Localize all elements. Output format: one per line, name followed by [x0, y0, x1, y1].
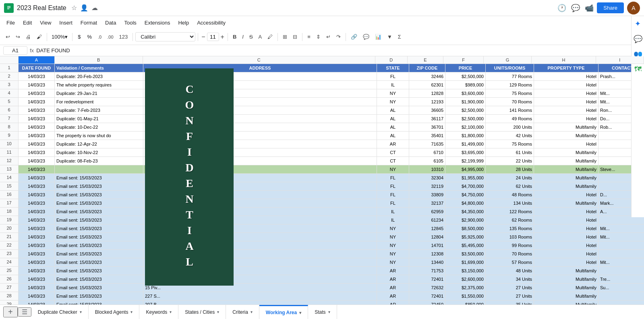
cell-d26[interactable]: AR: [377, 275, 409, 283]
cell-i23[interactable]: [598, 250, 644, 258]
cell-e26[interactable]: 72401: [409, 275, 445, 283]
cell-a21[interactable]: 14/03/23: [19, 233, 55, 241]
cell-f1[interactable]: PRICE: [445, 64, 486, 72]
menu-file[interactable]: File: [3, 18, 18, 27]
cell-i27[interactable]: Su...: [598, 284, 644, 292]
cell-f2[interactable]: $2,500,000: [445, 72, 486, 80]
cloud-icon[interactable]: ☁: [91, 4, 98, 12]
cell-a16[interactable]: 14/03/23: [19, 191, 55, 199]
cell-i24[interactable]: Mit...: [598, 258, 644, 266]
align-button[interactable]: ≡: [305, 32, 313, 41]
cell-h22[interactable]: Hotel: [534, 241, 598, 249]
cell-h11[interactable]: Multifamily: [534, 148, 598, 156]
cell-g16[interactable]: 48 Rooms: [486, 191, 534, 199]
cell-e3[interactable]: 62301: [409, 81, 445, 89]
cell-g3[interactable]: 129 Rooms: [486, 81, 534, 89]
cell-i22[interactable]: [598, 241, 644, 249]
cell-b6[interactable]: Duplicate: 7-Feb-2023: [55, 106, 143, 114]
cell-e20[interactable]: 12845: [409, 224, 445, 233]
cell-d11[interactable]: CT: [377, 148, 409, 156]
cell-b14[interactable]: Email sent: 15/03/2023: [55, 174, 143, 182]
cell-f17[interactable]: $4,800,000: [445, 199, 486, 207]
cell-c29[interactable]: 207 B...: [143, 300, 377, 305]
cell-g7[interactable]: 49 Rooms: [486, 115, 534, 123]
cell-d20[interactable]: NY: [377, 224, 409, 233]
cell-f8[interactable]: $2,100,000: [445, 123, 486, 131]
cell-d5[interactable]: NY: [377, 98, 409, 106]
cell-h28[interactable]: Multifamily: [534, 292, 598, 300]
col-header-c[interactable]: C: [143, 56, 375, 64]
cell-a28[interactable]: 14/03/23: [19, 292, 55, 300]
cell-b15[interactable]: Email sent: 15/03/2023: [55, 182, 143, 190]
cell-b10[interactable]: Duplicate: 12-Apr-22: [55, 140, 143, 148]
cell-i29[interactable]: [598, 300, 644, 305]
cell-d1[interactable]: STATE: [377, 64, 409, 72]
cell-a6[interactable]: 14/03/23: [19, 106, 55, 114]
cell-h5[interactable]: Hotel: [534, 98, 598, 106]
cell-e15[interactable]: 32119: [409, 182, 445, 190]
cell-e28[interactable]: 72401: [409, 292, 445, 300]
cell-f15[interactable]: $4,700,000: [445, 182, 486, 190]
cell-b4[interactable]: Duplicate: 29-Jan-21: [55, 89, 143, 97]
cell-d23[interactable]: NY: [377, 250, 409, 258]
menu-extensions[interactable]: Extensions: [141, 18, 174, 27]
cell-g9[interactable]: 42 Units: [486, 132, 534, 140]
tab-stats[interactable]: Stats ▾: [308, 305, 337, 319]
valign-button[interactable]: ⇕: [314, 32, 323, 41]
cell-f6[interactable]: $2,500,000: [445, 106, 486, 114]
cell-g11[interactable]: 61 Units: [486, 148, 534, 156]
cell-d3[interactable]: IL: [377, 81, 409, 89]
cell-i20[interactable]: Mit...: [598, 224, 644, 233]
cell-b18[interactable]: Email sent: 15/03/2023: [55, 208, 143, 216]
cell-e6[interactable]: 36605: [409, 106, 445, 114]
currency-button[interactable]: $: [75, 32, 83, 41]
cell-b2[interactable]: Duplicate: 20-Feb-2023: [55, 72, 143, 80]
cell-b24[interactable]: Email sent: 15/03/2023: [55, 258, 143, 266]
cell-g22[interactable]: 99 Rooms: [486, 241, 534, 249]
cell-i26[interactable]: Tre...: [598, 275, 644, 283]
font-selector[interactable]: Calibri Arial Times New Roman: [135, 32, 195, 41]
menu-format[interactable]: Format: [77, 18, 100, 27]
cell-e14[interactable]: 32304: [409, 174, 445, 182]
cell-a13[interactable]: 14/03/23: [19, 165, 55, 173]
cell-a25[interactable]: 14/03/23: [19, 267, 55, 275]
menu-data[interactable]: Data: [102, 18, 119, 27]
cell-g13[interactable]: 28 Units: [486, 165, 534, 173]
cell-g26[interactable]: 34 Units: [486, 275, 534, 283]
print-button[interactable]: 🖨: [23, 32, 33, 41]
cell-d13[interactable]: NY: [377, 165, 409, 173]
percent-button[interactable]: %: [84, 32, 95, 41]
cell-b12[interactable]: Duplicate: 08-Feb-23: [55, 157, 143, 165]
cell-f16[interactable]: $4,750,000: [445, 191, 486, 199]
sum-button[interactable]: Σ: [396, 32, 404, 41]
formula-input[interactable]: [36, 47, 641, 54]
cell-a8[interactable]: 14/03/23: [19, 123, 55, 131]
cell-h7[interactable]: Hotel: [534, 115, 598, 123]
cell-reference[interactable]: A1: [3, 46, 27, 55]
cell-f23[interactable]: $3,500,000: [445, 250, 486, 258]
cell-h25[interactable]: Multifamily: [534, 267, 598, 275]
cell-d18[interactable]: IL: [377, 208, 409, 216]
cell-h14[interactable]: Multifamily: [534, 174, 598, 182]
cell-d29[interactable]: AR: [377, 300, 409, 305]
text-color-button[interactable]: A: [256, 32, 265, 41]
cell-a19[interactable]: 14/03/23: [19, 216, 55, 224]
cell-h12[interactable]: Multifamily: [534, 157, 598, 165]
cell-e9[interactable]: 35401: [409, 132, 445, 140]
cell-h17[interactable]: Multifamily: [534, 199, 598, 207]
italic-button[interactable]: I: [240, 32, 246, 41]
meet-btn[interactable]: 📹: [585, 4, 594, 12]
cell-d6[interactable]: AL: [377, 106, 409, 114]
cell-a29[interactable]: 14/03/23: [19, 300, 55, 305]
borders-button[interactable]: ⊞: [280, 32, 290, 41]
cell-a9[interactable]: 14/03/23: [19, 132, 55, 140]
cell-d14[interactable]: FL: [377, 174, 409, 182]
cell-f29[interactable]: $850,000: [445, 300, 486, 305]
cell-g2[interactable]: 77 Rooms: [486, 72, 534, 80]
menu-insert[interactable]: Insert: [56, 18, 76, 27]
cell-b5[interactable]: For redevelopment: [55, 98, 143, 106]
font-size-input[interactable]: [207, 33, 219, 41]
redo-button[interactable]: ↪: [13, 32, 23, 41]
cell-f13[interactable]: $4,995,000: [445, 165, 486, 173]
cell-g1[interactable]: UNITS/ROOMS: [486, 64, 534, 72]
